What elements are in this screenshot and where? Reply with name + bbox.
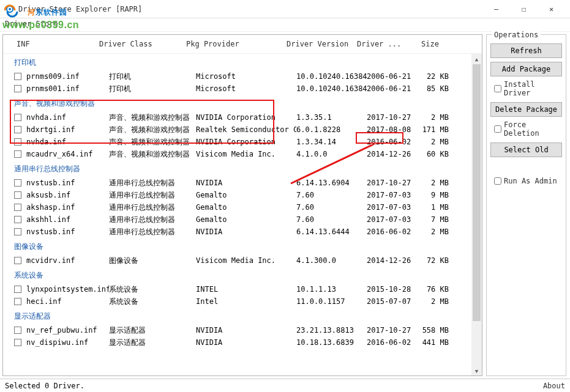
cell-provider: NVIDIA <box>196 227 296 236</box>
column-size[interactable]: Size <box>409 40 443 48</box>
cell-size: 2 MB <box>419 179 452 187</box>
driver-row[interactable]: mcaudrv_x64.inf声音、视频和游戏控制器Visicom Media … <box>3 148 482 160</box>
driver-row[interactable]: nvhda.inf声音、视频和游戏控制器NVIDIA Corporation1.… <box>3 136 482 148</box>
install-driver-input[interactable] <box>494 85 501 92</box>
scrollbar-thumb[interactable] <box>473 64 481 321</box>
row-checkbox[interactable] <box>14 286 21 293</box>
cell-provider: INTEL <box>196 285 296 294</box>
cell-version: 10.18.13.6839 <box>296 338 367 347</box>
row-checkbox[interactable] <box>14 114 21 121</box>
run-as-admin-label: Run As Admin <box>504 177 557 185</box>
add-package-button[interactable]: Add Package <box>490 62 562 76</box>
row-checkbox[interactable] <box>14 85 21 92</box>
driver-row[interactable]: mcvidrv.inf图像设备Visicom Media Inc.4.1.300… <box>3 254 482 267</box>
driver-row[interactable]: nvstusb.inf通用串行总线控制器NVIDIA6.14.13.644420… <box>3 226 482 238</box>
driver-row[interactable]: nv_dispiwu.inf显示适配器NVIDIA10.18.13.683920… <box>3 336 482 349</box>
cell-inf: nvstusb.inf <box>26 227 109 236</box>
group-header[interactable]: 通用串行总线控制器 <box>3 160 482 177</box>
row-checkbox[interactable] <box>14 257 21 264</box>
row-checkbox[interactable] <box>14 138 21 146</box>
about-link[interactable]: About <box>543 382 565 390</box>
cell-date: 2017-07-03 <box>367 203 419 212</box>
force-deletion-input[interactable] <box>494 125 501 133</box>
install-driver-checkbox[interactable]: Install Driver <box>494 80 562 97</box>
delete-package-button[interactable]: Delete Package <box>490 102 562 117</box>
group-header[interactable]: 显示适配器 <box>3 308 482 324</box>
column-header-row: INF Driver Class Pkg Provider Driver Ver… <box>3 35 482 54</box>
cell-date: 2015-10-28 <box>367 285 419 294</box>
column-class[interactable]: Driver Class <box>99 40 186 48</box>
column-version[interactable]: Driver Version <box>287 40 357 48</box>
cell-class: 打印机 <box>109 84 196 94</box>
driver-row[interactable]: akshhl.inf通用串行总线控制器Gemalto7.602017-07-03… <box>3 213 482 226</box>
force-deletion-checkbox[interactable]: Force Deletion <box>494 120 562 138</box>
cell-date: 2017-07-03 <box>367 191 419 199</box>
menu-bar: Driver Store <box>0 18 570 32</box>
driver-row[interactable]: nvhda.inf声音、视频和游戏控制器NVIDIA Corporation1.… <box>3 111 482 124</box>
row-checkbox[interactable] <box>14 298 21 305</box>
select-old-button[interactable]: Select Old <box>490 142 562 157</box>
column-date[interactable]: Driver ... <box>357 40 409 48</box>
row-checkbox[interactable] <box>14 150 21 158</box>
scroll-up-icon[interactable]: ▲ <box>471 54 482 64</box>
cell-size: 171 MB <box>419 125 452 134</box>
refresh-button[interactable]: Refresh <box>490 43 562 58</box>
column-provider[interactable]: Pkg Provider <box>186 40 287 48</box>
cell-version: 1.3.34.14 <box>296 138 367 146</box>
cell-size: 72 KB <box>419 256 452 265</box>
group-header[interactable]: 系统设备 <box>3 267 482 283</box>
row-checkbox[interactable] <box>14 216 21 223</box>
cell-date: 2017-10-27 <box>367 179 419 187</box>
driver-row[interactable]: aksusb.inf通用串行总线控制器Gemalto7.602017-07-03… <box>3 189 482 201</box>
row-checkbox[interactable] <box>14 327 21 334</box>
cell-provider: NVIDIA Corporation <box>196 113 296 122</box>
driver-row[interactable]: lynxpointsystem.inf系统设备INTEL10.1.1.13201… <box>3 283 482 295</box>
minimize-button[interactable]: — <box>482 0 510 18</box>
row-checkbox[interactable] <box>14 126 21 133</box>
title-bar: Driver Store Explorer [RAPR] — ☐ ✕ <box>0 0 570 18</box>
cell-version: 7.60 <box>296 191 367 199</box>
row-checkbox[interactable] <box>14 228 21 235</box>
row-checkbox[interactable] <box>14 204 21 211</box>
cell-inf: prnms001.inf <box>26 84 109 93</box>
row-checkbox[interactable] <box>14 191 21 199</box>
group-header[interactable]: 声音、视频和游戏控制器 <box>3 95 482 111</box>
driver-row[interactable]: prnms001.inf打印机Microsoft10.0.10240.16384… <box>3 83 482 95</box>
vertical-scrollbar[interactable]: ▲ ▼ <box>471 54 482 376</box>
menu-driver-store[interactable]: Driver Store <box>5 20 58 28</box>
cell-version: 6.14.13.6904 <box>296 179 367 187</box>
driver-row[interactable]: nv_ref_pubwu.inf显示适配器NVIDIA23.21.13.8813… <box>3 324 482 336</box>
cell-inf: hdxrtgi.inf <box>26 125 109 134</box>
scroll-down-icon[interactable]: ▼ <box>471 366 482 376</box>
cell-size: 60 KB <box>419 150 452 158</box>
close-icon: ✕ <box>549 5 553 13</box>
cell-class: 声音、视频和游戏控制器 <box>109 137 196 147</box>
driver-row[interactable]: akshasp.inf通用串行总线控制器Gemalto7.602017-07-0… <box>3 201 482 213</box>
row-checkbox[interactable] <box>14 179 21 187</box>
driver-row[interactable]: nvstusb.inf通用串行总线控制器NVIDIA6.14.13.690420… <box>3 177 482 189</box>
driver-row[interactable]: heci.inf系统设备Intel11.0.0.11572015-07-072 … <box>3 295 482 308</box>
group-header[interactable]: 打印机 <box>3 54 482 70</box>
cell-version: 23.21.13.8813 <box>296 326 367 335</box>
driver-row[interactable]: hdxrtgi.inf声音、视频和游戏控制器Realtek Semiconduc… <box>3 124 482 136</box>
cell-version: 4.1.0.0 <box>296 150 367 158</box>
run-as-admin-input[interactable] <box>494 177 501 185</box>
cell-date: 2006-06-21 <box>367 84 419 93</box>
cell-date: 2015-07-07 <box>367 297 419 306</box>
driver-row[interactable]: prnms009.inf打印机Microsoft10.0.10240.16384… <box>3 70 482 83</box>
window-title: Driver Store Explorer [RAPR] <box>18 5 482 13</box>
group-header[interactable]: 图像设备 <box>3 238 482 254</box>
close-button[interactable]: ✕ <box>538 0 565 18</box>
cell-version: 10.0.10240.16384 <box>296 84 367 93</box>
row-checkbox[interactable] <box>14 339 21 346</box>
cell-version: 11.0.0.1157 <box>296 297 367 306</box>
cell-date: 2017-07-03 <box>367 215 419 224</box>
row-checkbox[interactable] <box>14 73 21 80</box>
run-as-admin-checkbox[interactable]: Run As Admin <box>494 177 562 185</box>
maximize-button[interactable]: ☐ <box>510 0 538 18</box>
cell-provider: Gemalto <box>196 203 296 212</box>
column-inf[interactable]: INF <box>17 40 99 48</box>
cell-inf: nv_dispiwu.inf <box>26 338 109 347</box>
cell-size: 7 MB <box>419 215 452 224</box>
cell-provider: Intel <box>196 297 296 306</box>
